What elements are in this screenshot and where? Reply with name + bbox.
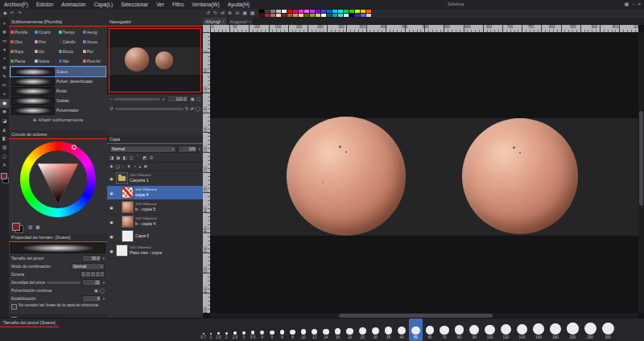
color-swatch[interactable] [299, 14, 303, 17]
canvas-tab[interactable]: Anguincf× [228, 18, 254, 25]
stepper-icon[interactable]: ▾ [199, 147, 200, 151]
color-swatch[interactable] [265, 14, 270, 17]
spray-on-icon[interactable]: ◉ [94, 286, 98, 295]
brush-size-value[interactable]: 50.0 [82, 255, 101, 262]
layer-tab[interactable]: Capa [107, 135, 203, 144]
density-value[interactable]: 21 [82, 279, 101, 286]
brush-size-option[interactable]: 3.5 [248, 318, 258, 341]
brush-size-option[interactable]: 5 [267, 318, 277, 341]
hue-marker[interactable] [72, 145, 76, 150]
layer-row[interactable]: ◉100 %Normalb - copia 5 [107, 200, 203, 215]
brush-size-option[interactable]: 200 [564, 318, 581, 341]
color-swatch[interactable] [310, 10, 315, 13]
menu-item[interactable]: Ventana(W) [188, 0, 223, 9]
airbrush-tool[interactable]: ◉ [0, 99, 9, 108]
brush-item[interactable]: Ruido [10, 86, 105, 96]
close-icon[interactable]: × [636, 0, 642, 9]
minimize-icon[interactable]: – [630, 0, 636, 9]
brush-size-option[interactable]: 35 [382, 318, 395, 341]
color-swatch[interactable] [304, 14, 309, 17]
visibility-eye-icon[interactable]: ◉ [109, 191, 114, 195]
layer-row[interactable]: ◉100 %Normalb - copia 4 [107, 215, 203, 229]
subtool-group[interactable]: Pixel Art [82, 56, 106, 66]
subtool-group[interactable]: Óleo [10, 37, 34, 47]
continuous-spray-row[interactable]: Pulverización continua ◉ ◯ [9, 286, 107, 294]
primary-color-chip[interactable] [1, 173, 7, 179]
color-swatch[interactable] [361, 14, 365, 17]
subtool-group[interactable]: Aerog. [82, 27, 106, 37]
color-swatch[interactable] [355, 10, 360, 13]
layer-row[interactable]: ◉100 %Normalcopa 4 [107, 186, 203, 200]
color-swatch[interactable] [349, 14, 354, 17]
figure-tool[interactable]: ◻ [0, 152, 9, 161]
subtool-group[interactable]: Mar [58, 56, 82, 66]
hardness-slider[interactable] [80, 271, 105, 277]
brush-size-option[interactable]: 80 [452, 318, 467, 341]
color-wheel[interactable] [9, 139, 107, 221]
brush-size-option[interactable]: 2.5 [230, 318, 239, 341]
enable-mask-icon[interactable]: ◫ [130, 154, 134, 162]
move-tool[interactable]: ✥ [0, 28, 9, 37]
brush-size-option[interactable]: 1 [207, 318, 214, 341]
color-swatch[interactable] [366, 14, 371, 17]
delete-layer-icon[interactable]: ✖ [143, 162, 147, 170]
menu-item[interactable]: Edición [32, 0, 57, 9]
brush-item[interactable]: Gotitas [10, 96, 105, 105]
color-swatch[interactable] [344, 14, 349, 17]
rotate-left-icon[interactable]: ↺ [204, 9, 212, 18]
create-mask-icon[interactable]: ◔ [134, 162, 136, 170]
color-swatch[interactable] [321, 10, 326, 13]
color-swatch[interactable] [259, 14, 264, 17]
color-swatch[interactable] [287, 14, 292, 17]
ruler-icon[interactable]: ⌒ [136, 154, 141, 162]
undo-icon[interactable]: ↶ [9, 9, 16, 18]
brush-size-option[interactable]: 30 [369, 318, 382, 341]
subtool-group[interactable]: Tiempo [58, 27, 82, 37]
auto-select-tool[interactable]: ✦ [0, 46, 9, 55]
fill-tool[interactable]: ◧ [0, 134, 9, 143]
color-swatch[interactable] [355, 14, 360, 17]
color-swatch[interactable] [321, 14, 326, 17]
color-set-icon[interactable]: ▦ [622, 0, 630, 9]
brush-size-option[interactable]: 16 [332, 318, 344, 341]
brush-size-row[interactable]: Tamaño del pincel 50.0 ▾ [9, 254, 107, 262]
brush-size-option[interactable]: 25 [356, 318, 369, 341]
brush-size-option[interactable]: 40 [395, 318, 409, 341]
operation-tool[interactable]: ⌖ [0, 19, 9, 28]
pen-tool[interactable]: ✎ [0, 72, 9, 81]
brush-size-option[interactable]: 160 [530, 318, 547, 341]
painted-sphere-right[interactable] [462, 118, 578, 234]
brush-size-option[interactable]: 1.5 [214, 318, 222, 341]
navigator-preview[interactable] [107, 27, 203, 94]
selection-tool[interactable]: ▭ [0, 37, 9, 46]
blend-tool[interactable]: ◭ [0, 125, 9, 134]
blend-mode-select[interactable]: Normal ▾ [71, 263, 105, 270]
brush-size-option[interactable]: 120 [497, 318, 514, 341]
color-swatch[interactable] [270, 14, 275, 17]
subtool-group[interactable]: Ropa [10, 47, 34, 56]
brush-size-option[interactable]: 50 [409, 318, 423, 341]
brush-size-option[interactable]: 140 [514, 318, 530, 341]
eyedropper-tool[interactable]: ◓ [0, 55, 9, 64]
color-swatch[interactable] [276, 14, 281, 17]
subtool-group[interactable]: Cicatriz [34, 27, 58, 37]
brush-size-option[interactable]: 2 [222, 318, 230, 341]
canvas-tab[interactable]: Añymgf× [203, 18, 228, 25]
stabilization-row[interactable]: Estabilización 6 ▾ [9, 294, 107, 302]
brush-size-option[interactable]: 90 [467, 318, 482, 341]
color-swatch[interactable] [282, 10, 287, 13]
blend-mode-row[interactable]: Modo de combinación Normal ▾ [9, 262, 107, 270]
subtool-group[interactable]: Cabello [58, 37, 82, 47]
subtool-group[interactable]: Efecto [58, 47, 82, 56]
brush-size-option[interactable]: 4 [258, 318, 267, 341]
subtool-group[interactable]: Plumilla [10, 27, 34, 37]
layer-row[interactable]: ◉Capa 5 [107, 229, 203, 244]
color-swatch[interactable] [366, 10, 371, 13]
brush-size-palette-header[interactable]: Tamaño del pincel [Suave] [0, 318, 59, 327]
visibility-eye-icon[interactable]: ◉ [109, 220, 114, 224]
rotate-right-icon[interactable]: ↻ [185, 105, 189, 113]
color-swatch[interactable] [332, 10, 337, 13]
stepper-icon[interactable]: ▾ [103, 257, 105, 261]
zoom-out-icon[interactable]: ⊖ [233, 9, 241, 18]
reset-view-icon[interactable]: ◯ [196, 105, 200, 113]
